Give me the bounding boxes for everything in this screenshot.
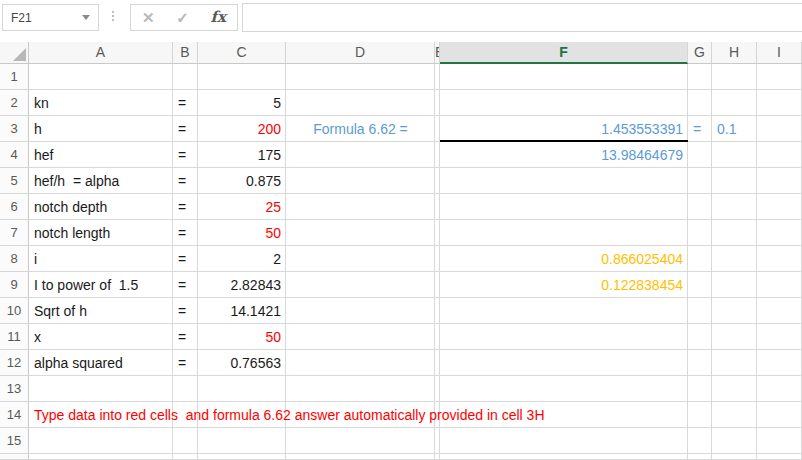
cell-D7[interactable] (286, 220, 435, 246)
cell-C5[interactable] (198, 168, 286, 194)
cell-G6[interactable] (688, 194, 712, 220)
cell-F7[interactable] (440, 220, 688, 246)
cell-H11[interactable] (712, 324, 757, 350)
cell-D12[interactable] (286, 350, 435, 376)
cell-H6[interactable] (712, 194, 757, 220)
row-header-12[interactable]: 12 (0, 350, 29, 376)
cell-A13[interactable] (29, 376, 173, 402)
cell-C15[interactable] (198, 428, 286, 454)
cell-B5[interactable] (173, 168, 198, 194)
cell-D11[interactable] (286, 324, 435, 350)
cell-C6[interactable] (198, 194, 286, 220)
cell-C8[interactable] (198, 246, 286, 272)
cell-G14[interactable] (688, 402, 712, 428)
cell-D5[interactable] (286, 168, 435, 194)
cell-D6[interactable] (286, 194, 435, 220)
cell-D1[interactable] (286, 64, 435, 90)
cell-C9[interactable] (198, 272, 286, 298)
cell-G2[interactable] (688, 90, 712, 116)
cell-G11[interactable] (688, 324, 712, 350)
cell-B2[interactable] (173, 90, 198, 116)
select-all-corner[interactable] (0, 42, 29, 64)
cell-H2[interactable] (712, 90, 757, 116)
row-header-7[interactable]: 7 (0, 220, 29, 246)
cell-A14[interactable] (29, 402, 173, 428)
cell-B12[interactable] (173, 350, 198, 376)
cell-B1[interactable] (173, 64, 198, 90)
column-header-G[interactable]: G (688, 42, 712, 64)
row-header-13[interactable]: 13 (0, 376, 29, 402)
cell-F8[interactable] (440, 246, 688, 272)
column-header-A[interactable]: A (29, 42, 173, 64)
cell-B13[interactable] (173, 376, 198, 402)
cell-D14[interactable] (286, 402, 435, 428)
cell-A1[interactable] (29, 64, 173, 90)
row-header-4[interactable]: 4 (0, 142, 29, 168)
insert-function-icon[interactable]: fx (211, 5, 226, 30)
cell-F12[interactable] (440, 350, 688, 376)
name-box-dropdown-icon[interactable] (82, 15, 90, 20)
cell-F14[interactable] (440, 402, 688, 428)
cell-G10[interactable] (688, 298, 712, 324)
cell-G13[interactable] (688, 376, 712, 402)
cell-C2[interactable] (198, 90, 286, 116)
row-header-partial[interactable] (0, 454, 29, 460)
cell-H12[interactable] (712, 350, 757, 376)
cell-D13[interactable] (286, 376, 435, 402)
cell-C12[interactable] (198, 350, 286, 376)
cell-G9[interactable] (688, 272, 712, 298)
cell-H10[interactable] (712, 298, 757, 324)
cell-G4[interactable] (688, 142, 712, 168)
cell-H1[interactable] (712, 64, 757, 90)
cell-I6[interactable] (757, 194, 802, 220)
cell-F9[interactable] (440, 272, 688, 298)
cell-F15[interactable] (440, 428, 688, 454)
cell-D-partial[interactable] (286, 454, 435, 460)
cell-A2[interactable] (29, 90, 173, 116)
cell-C13[interactable] (198, 376, 286, 402)
row-header-3[interactable]: 3 (0, 116, 29, 142)
cell-F-partial[interactable] (440, 454, 688, 460)
cell-G15[interactable] (688, 428, 712, 454)
cell-B-partial[interactable] (173, 454, 198, 460)
cell-I1[interactable] (757, 64, 802, 90)
row-header-5[interactable]: 5 (0, 168, 29, 194)
cell-A-partial[interactable] (29, 454, 173, 460)
cell-A7[interactable] (29, 220, 173, 246)
formula-bar-input[interactable] (242, 3, 802, 32)
row-header-6[interactable]: 6 (0, 194, 29, 220)
cell-A12[interactable] (29, 350, 173, 376)
cell-H4[interactable] (712, 142, 757, 168)
cell-I5[interactable] (757, 168, 802, 194)
cell-I-partial[interactable] (757, 454, 802, 460)
cell-H-partial[interactable] (712, 454, 757, 460)
cell-A15[interactable] (29, 428, 173, 454)
cell-G-partial[interactable] (688, 454, 712, 460)
column-header-D[interactable]: D (286, 42, 435, 64)
cell-I9[interactable] (757, 272, 802, 298)
cell-A4[interactable] (29, 142, 173, 168)
cell-F13[interactable] (440, 376, 688, 402)
row-header-8[interactable]: 8 (0, 246, 29, 272)
cell-A11[interactable] (29, 324, 173, 350)
cell-B10[interactable] (173, 298, 198, 324)
cell-C7[interactable] (198, 220, 286, 246)
cell-B15[interactable] (173, 428, 198, 454)
cell-H3[interactable] (712, 116, 757, 142)
cell-B9[interactable] (173, 272, 198, 298)
column-header-I[interactable]: I (757, 42, 802, 64)
cell-I2[interactable] (757, 90, 802, 116)
cell-B11[interactable] (173, 324, 198, 350)
cell-D10[interactable] (286, 298, 435, 324)
cell-B14[interactable] (173, 402, 198, 428)
column-header-C[interactable]: C (198, 42, 286, 64)
cell-D9[interactable] (286, 272, 435, 298)
cell-C10[interactable] (198, 298, 286, 324)
column-header-B[interactable]: B (173, 42, 198, 64)
cell-H9[interactable] (712, 272, 757, 298)
cell-I12[interactable] (757, 350, 802, 376)
cell-I11[interactable] (757, 324, 802, 350)
cancel-icon[interactable]: ✕ (142, 5, 155, 30)
row-header-14[interactable]: 14 (0, 402, 29, 428)
row-header-11[interactable]: 11 (0, 324, 29, 350)
